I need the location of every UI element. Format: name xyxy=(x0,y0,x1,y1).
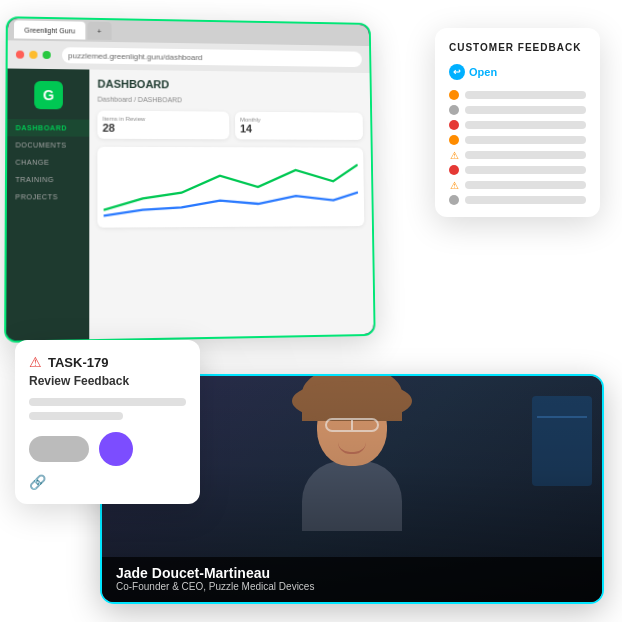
sidebar: G DASHBOARD DOCUMENTS CHANGE TRAINING PR… xyxy=(6,69,89,341)
bar-6 xyxy=(465,166,586,174)
person-role: Co-Founder & CEO, Puzzle Medical Devices xyxy=(116,581,588,592)
dashboard-title-text: DASHBOARD xyxy=(97,78,169,91)
inactive-tab[interactable]: + xyxy=(87,22,111,40)
task-header: ⚠ TASK-179 xyxy=(29,354,186,370)
bar-4 xyxy=(465,136,586,144)
bar-2 xyxy=(465,106,586,114)
sidebar-item-change[interactable]: CHANGE xyxy=(7,154,89,171)
list-item xyxy=(449,135,586,145)
open-icon: ↩ xyxy=(449,64,465,80)
list-item xyxy=(449,165,586,175)
task-subtitle: Review Feedback xyxy=(29,374,186,388)
browser-bar: puzzlemed.greenlight.guru/dashboard xyxy=(8,40,370,73)
task-action-button-purple[interactable] xyxy=(99,432,133,466)
sidebar-item-projects[interactable]: PROJECTS xyxy=(7,188,89,205)
feedback-list: ⚠ ⚠ xyxy=(449,90,586,205)
list-item xyxy=(449,120,586,130)
list-item xyxy=(449,105,586,115)
dashboard-title: DASHBOARD xyxy=(97,78,362,93)
active-tab[interactable]: Greenlight Guru xyxy=(14,20,85,39)
stat-card-0: Items in Review 28 xyxy=(97,111,229,140)
stat-value-0: 28 xyxy=(103,122,225,135)
dot-orange-1 xyxy=(449,90,459,100)
chart-line xyxy=(104,153,359,222)
stat-card-1: Monthly 14 xyxy=(235,112,363,140)
stat-cards: Items in Review 28 Monthly 14 xyxy=(97,111,363,140)
link-icon[interactable]: 🔗 xyxy=(29,474,45,490)
dot-gray-1 xyxy=(449,105,459,115)
task-action-button-gray[interactable] xyxy=(29,436,89,462)
dot-warning-2: ⚠ xyxy=(449,180,459,190)
task-card: ⚠ TASK-179 Review Feedback 🔗 xyxy=(15,340,200,504)
dashboard-card: Greenlight Guru + puzzlemed.greenlight.g… xyxy=(4,16,376,343)
task-id: TASK-179 xyxy=(48,355,108,370)
bar-7 xyxy=(465,181,586,189)
task-bar-full xyxy=(29,398,186,406)
task-warning-icon: ⚠ xyxy=(29,354,42,370)
task-bar-short xyxy=(29,412,123,420)
open-button[interactable]: ↩ Open xyxy=(449,64,497,80)
sidebar-item-training[interactable]: TRAINING xyxy=(7,171,89,188)
close-dot xyxy=(16,51,24,59)
minimize-dot xyxy=(29,51,37,59)
dot-gray-2 xyxy=(449,195,459,205)
breadcrumb: Dashboard / DASHBOARD xyxy=(97,96,362,105)
dot-red-2 xyxy=(449,165,459,175)
bar-8 xyxy=(465,196,586,204)
bar-3 xyxy=(465,121,586,129)
app-logo: G xyxy=(34,81,63,109)
bar-1 xyxy=(465,91,586,99)
chart-area xyxy=(97,147,364,228)
main-scene: Greenlight Guru + puzzlemed.greenlight.g… xyxy=(0,0,622,622)
open-label: Open xyxy=(469,66,497,78)
dashboard-content: G DASHBOARD DOCUMENTS CHANGE TRAINING PR… xyxy=(6,69,373,341)
dot-warning-1: ⚠ xyxy=(449,150,459,160)
list-item xyxy=(449,195,586,205)
list-item: ⚠ xyxy=(449,180,586,190)
dot-red-1 xyxy=(449,120,459,130)
bar-5 xyxy=(465,151,586,159)
person-name: Jade Doucet-Martineau xyxy=(116,565,588,581)
stat-value-1: 14 xyxy=(240,123,358,135)
list-item: ⚠ xyxy=(449,150,586,160)
url-bar[interactable]: puzzlemed.greenlight.guru/dashboard xyxy=(62,47,362,67)
dashboard-main: DASHBOARD Dashboard / DASHBOARD Items in… xyxy=(89,70,373,340)
task-actions xyxy=(29,432,186,466)
list-item xyxy=(449,90,586,100)
dot-orange-2 xyxy=(449,135,459,145)
feedback-panel: CUSTOMER FEEDBACK ↩ Open ⚠ xyxy=(435,28,600,217)
maximize-dot xyxy=(43,51,51,59)
video-caption: Jade Doucet-Martineau Co-Founder & CEO, … xyxy=(102,557,602,602)
feedback-title: CUSTOMER FEEDBACK xyxy=(449,42,586,53)
sidebar-item-documents[interactable]: DOCUMENTS xyxy=(7,136,89,154)
sidebar-item-dashboard[interactable]: DASHBOARD xyxy=(7,119,89,137)
